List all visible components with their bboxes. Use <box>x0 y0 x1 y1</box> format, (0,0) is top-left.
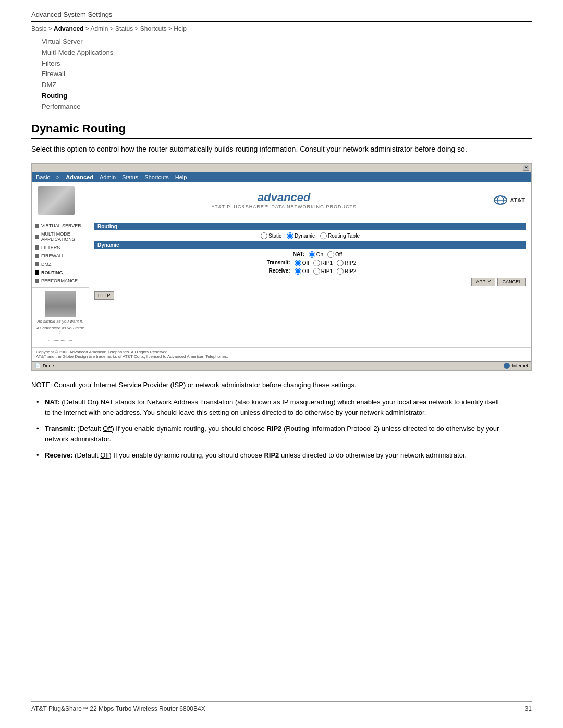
statusbar-internet-area: Internet <box>504 363 528 369</box>
receive-off-radio[interactable] <box>295 268 301 275</box>
statusbar-internet-text: Internet <box>512 363 528 368</box>
router-sidebar-multi-mode[interactable]: MULTI MODE APPLICATIONS <box>32 230 89 243</box>
cancel-button[interactable]: CANCEL <box>497 278 526 286</box>
breadcrumb-basic[interactable]: Basic <box>31 25 46 32</box>
transmit-rip1-radio[interactable] <box>313 260 320 266</box>
menu-item-performance[interactable]: Performance <box>42 102 532 113</box>
router-advanced-label: advanced <box>75 191 493 204</box>
router-tagline: AT&T PLUG&SHARE™ DATA NETWORKING PRODUCT… <box>75 204 493 209</box>
radio-static-label[interactable]: Static <box>261 232 282 239</box>
sidebar-bullet-icon-7 <box>35 279 39 283</box>
bullet-receive-label: Receive: <box>45 451 72 459</box>
notes-bullets: NAT: (Default On) NAT stands for Network… <box>36 397 506 461</box>
router-nav-admin[interactable]: Admin <box>100 174 116 180</box>
radio-routing-table-label[interactable]: Routing Table <box>320 232 360 239</box>
page-title: Dynamic Routing <box>31 122 532 139</box>
breadcrumb-shortcuts[interactable]: Shortcuts <box>140 25 167 32</box>
receive-rip1-text: RIP1 <box>321 268 333 274</box>
router-sidebar-filters[interactable]: FILTERS <box>32 243 89 252</box>
menu-item-dmz[interactable]: DMZ <box>42 80 532 91</box>
att-logo-icon <box>493 194 508 206</box>
router-sidebar-performance[interactable]: PERFORMANCE <box>32 277 89 285</box>
menu-item-firewall[interactable]: Firewall <box>42 69 532 80</box>
router-statusbar: 📄 Done Internet <box>32 361 531 370</box>
transmit-off-radio[interactable] <box>295 260 301 266</box>
sidebar-label-multi-mode: MULTI MODE APPLICATIONS <box>41 231 85 242</box>
breadcrumb-advanced[interactable]: Advanced <box>54 25 83 32</box>
router-nav-basic[interactable]: Basic <box>36 174 50 180</box>
router-main: Routing Static Dynamic Routing Table <box>89 219 531 347</box>
radio-routing-table-text: Routing Table <box>328 233 360 239</box>
breadcrumb-help[interactable]: Help <box>174 25 187 32</box>
receive-label: Receive: <box>264 268 290 275</box>
breadcrumb: Basic > Advanced > Admin > Status > Shor… <box>31 25 532 32</box>
sidebar-bullet-icon-6 <box>35 270 39 275</box>
note-text: NOTE: Consult your Internet Service Prov… <box>31 380 500 390</box>
router-sidebar-virtual-server[interactable]: VIRTUAL SERVER <box>32 221 89 230</box>
apply-button[interactable]: APPLY <box>471 278 495 286</box>
breadcrumb-admin[interactable]: Admin <box>90 25 108 32</box>
transmit-off-label[interactable]: Off <box>295 260 309 266</box>
radio-dynamic-label[interactable]: Dynamic <box>287 232 315 239</box>
help-button[interactable]: HELP <box>94 291 114 300</box>
bullet-transmit-text: (Default Off) If you enable dynamic rout… <box>45 425 499 443</box>
globe-icon <box>504 363 510 369</box>
menu-item-routing[interactable]: Routing <box>42 91 532 102</box>
page-description: Select this option to control how the ro… <box>31 144 474 155</box>
bullet-nat-label: NAT: <box>45 398 60 406</box>
transmit-rip1-text: RIP1 <box>321 260 333 266</box>
nat-on-text: On <box>316 252 323 257</box>
receive-rip1-radio[interactable] <box>313 268 320 275</box>
transmit-rip2-radio[interactable] <box>337 260 344 266</box>
router-action-buttons: APPLY CANCEL <box>94 278 526 286</box>
router-sidebar-text1: As simple as you want it. <box>35 319 85 324</box>
browser-titlebar: ✕ <box>32 164 531 172</box>
browser-close-button[interactable]: ✕ <box>523 165 529 171</box>
nat-on-radio[interactable] <box>309 251 315 258</box>
transmit-rip1-label[interactable]: RIP1 <box>313 260 333 266</box>
receive-off-text: Off <box>302 268 309 274</box>
breadcrumb-status[interactable]: Status <box>115 25 133 32</box>
router-nav-status[interactable]: Status <box>122 174 138 180</box>
bullet-transmit-label: Transmit: <box>45 425 76 433</box>
router-sidebar-routing[interactable]: ROUTING <box>32 268 89 277</box>
radio-static[interactable] <box>261 232 267 239</box>
menu-item-multi-mode[interactable]: Multi-Mode Applications <box>42 47 532 58</box>
sidebar-label-dmz: DMZ <box>41 262 52 267</box>
footer-page-number: 31 <box>525 705 532 712</box>
dynamic-section-header: Dynamic <box>94 241 526 249</box>
receive-rip1-label[interactable]: RIP1 <box>313 268 333 275</box>
receive-rip2-label[interactable]: RIP2 <box>337 268 356 275</box>
router-sidebar-firewall[interactable]: FIREWALL <box>32 252 89 260</box>
router-sidebar: VIRTUAL SERVER MULTI MODE APPLICATIONS F… <box>32 219 89 347</box>
nat-off-radio[interactable] <box>327 251 334 258</box>
router-sidebar-image <box>45 291 76 317</box>
router-header-text: advanced AT&T PLUG&SHARE™ DATA NETWORKIN… <box>75 191 493 209</box>
router-nav-help[interactable]: Help <box>175 174 187 180</box>
receive-rip2-radio[interactable] <box>337 268 344 275</box>
nat-row: NAT: On Off <box>94 251 526 258</box>
router-sidebar-bottom: As simple as you want it. As advanced as… <box>32 287 89 345</box>
sidebar-label-routing: ROUTING <box>41 270 63 275</box>
statusbar-done-text: Done <box>43 363 54 368</box>
routing-section-header: Routing <box>94 223 526 230</box>
router-header-image <box>38 186 75 215</box>
receive-row: Receive: Off RIP1 RIP2 <box>94 268 526 275</box>
nat-off-label[interactable]: Off <box>327 251 342 258</box>
receive-off-label[interactable]: Off <box>295 268 309 275</box>
sidebar-bullet-icon <box>35 224 39 228</box>
router-header: advanced AT&T PLUG&SHARE™ DATA NETWORKIN… <box>32 182 531 219</box>
router-nav-shortcuts[interactable]: Shortcuts <box>144 174 168 180</box>
radio-dynamic[interactable] <box>287 232 293 239</box>
menu-item-virtual-server[interactable]: Virtual Server <box>42 36 532 47</box>
router-ui: Basic > Advanced Admin Status Shortcuts … <box>32 172 531 370</box>
bullet-transmit: Transmit: (Default Off) If you enable dy… <box>36 424 506 444</box>
nat-on-label[interactable]: On <box>309 251 323 258</box>
radio-routing-table[interactable] <box>320 232 327 239</box>
page-icon: 📄 <box>35 363 41 368</box>
router-nav-advanced[interactable]: Advanced <box>66 174 93 180</box>
router-logo-text: AT&T <box>510 197 525 203</box>
router-sidebar-dmz[interactable]: DMZ <box>32 260 89 268</box>
menu-item-filters[interactable]: Filters <box>42 58 532 69</box>
transmit-rip2-label[interactable]: RIP2 <box>337 260 356 266</box>
